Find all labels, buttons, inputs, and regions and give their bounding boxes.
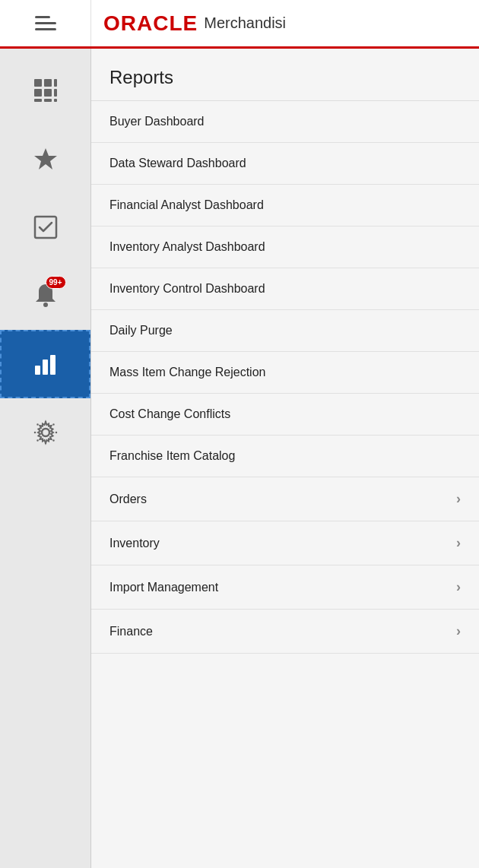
report-item-buyer-dashboard[interactable]: Buyer Dashboard [91, 101, 479, 143]
svg-rect-13 [43, 360, 48, 375]
sidebar-item-settings[interactable] [0, 398, 90, 467]
report-item-inventory-analyst-dashboard[interactable]: Inventory Analyst Dashboard [91, 227, 479, 268]
app-header: ORACLE Merchandisi [0, 0, 479, 49]
report-item-inventory-control-dashboard[interactable]: Inventory Control Dashboard [91, 268, 479, 310]
svg-rect-8 [54, 99, 57, 102]
svg-rect-0 [34, 79, 42, 87]
report-item-label: Daily Purge [109, 324, 173, 337]
oracle-text: ORACLE [103, 11, 198, 36]
report-item-import-management[interactable]: Import Management › [91, 565, 479, 610]
svg-point-11 [43, 303, 48, 307]
report-item-financial-analyst-dashboard[interactable]: Financial Analyst Dashboard [91, 185, 479, 227]
svg-rect-14 [50, 355, 56, 375]
page-title: Reports [109, 67, 461, 88]
oracle-logo: ORACLE [103, 11, 198, 36]
chart-icon [32, 350, 59, 378]
report-item-label: Mass Item Change Rejection [109, 366, 265, 379]
svg-rect-12 [35, 366, 40, 375]
svg-marker-9 [34, 148, 57, 169]
report-item-label: Finance [109, 625, 153, 638]
reports-list: Buyer Dashboard Data Steward Dashboard F… [91, 101, 479, 868]
report-item-data-steward-dashboard[interactable]: Data Steward Dashboard [91, 143, 479, 185]
sidebar-item-notifications[interactable]: 99+ [0, 261, 90, 330]
report-item-inventory[interactable]: Inventory › [91, 521, 479, 565]
reports-header: Reports [91, 49, 479, 101]
report-item-label: Import Management [109, 581, 218, 594]
sidebar-item-apps[interactable] [0, 56, 90, 125]
svg-rect-7 [44, 99, 52, 102]
report-item-label: Franchise Item Catalog [109, 449, 235, 463]
chevron-right-icon: › [456, 623, 461, 639]
svg-rect-5 [54, 89, 57, 97]
report-item-finance[interactable]: Finance › [91, 610, 479, 654]
gear-icon [32, 419, 59, 446]
svg-point-15 [42, 429, 49, 436]
brand-area: ORACLE Merchandisi [91, 11, 286, 36]
notifications-badge: 99+ [46, 276, 66, 289]
chevron-right-icon: › [456, 579, 461, 595]
report-item-label: Orders [109, 493, 147, 506]
report-item-label: Inventory Control Dashboard [109, 282, 265, 296]
svg-rect-1 [44, 79, 52, 87]
svg-rect-2 [54, 79, 57, 87]
sidebar-toggle-area [0, 0, 91, 46]
report-item-label: Inventory [109, 537, 160, 550]
report-item-cost-change-conflicts[interactable]: Cost Change Conflicts [91, 394, 479, 436]
report-item-daily-purge[interactable]: Daily Purge [91, 310, 479, 352]
hamburger-menu-button[interactable] [35, 16, 56, 30]
report-item-label: Cost Change Conflicts [109, 407, 230, 421]
chevron-right-icon: › [456, 535, 461, 551]
bell-icon: 99+ [33, 282, 59, 309]
report-item-label: Financial Analyst Dashboard [109, 198, 264, 212]
grid-icon [32, 77, 59, 104]
content-area: Reports Buyer Dashboard Data Steward Das… [91, 49, 479, 868]
main-layout: 99+ [0, 49, 479, 868]
sidebar: 99+ [0, 49, 91, 868]
chevron-right-icon: › [456, 491, 461, 507]
svg-rect-10 [35, 217, 56, 238]
star-icon [32, 145, 59, 173]
tasks-icon [32, 214, 59, 241]
sidebar-item-reports[interactable] [0, 330, 90, 398]
report-item-label: Data Steward Dashboard [109, 157, 246, 170]
brand-app-name: Merchandisi [204, 14, 286, 32]
sidebar-item-favorites[interactable] [0, 125, 90, 193]
report-item-label: Inventory Analyst Dashboard [109, 240, 265, 254]
svg-rect-3 [34, 89, 42, 97]
report-item-label: Buyer Dashboard [109, 115, 205, 128]
sidebar-item-tasks[interactable] [0, 193, 90, 261]
svg-rect-6 [34, 99, 42, 102]
report-item-franchise-item-catalog[interactable]: Franchise Item Catalog [91, 436, 479, 477]
report-item-mass-item-change-rejection[interactable]: Mass Item Change Rejection [91, 352, 479, 394]
report-item-orders[interactable]: Orders › [91, 477, 479, 521]
svg-rect-4 [44, 89, 52, 97]
